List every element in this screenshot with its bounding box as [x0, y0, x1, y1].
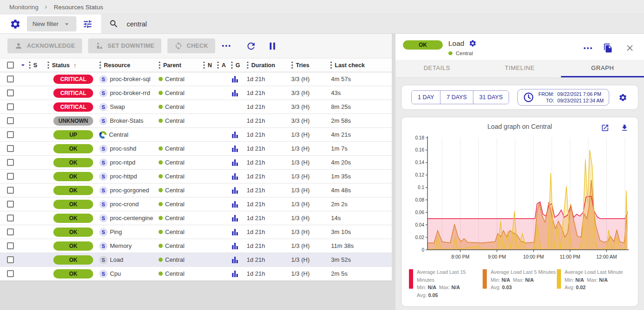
row-checkbox[interactable] [7, 256, 14, 263]
row-checkbox[interactable] [7, 187, 14, 194]
table-row[interactable]: OKSproc-crondCentral1d 21h1/3 (H)2m 2s [0, 197, 392, 211]
close-panel-icon[interactable] [624, 42, 636, 54]
legend-item[interactable]: Average Load Last 5 MinutesMin: N/A Max:… [483, 268, 556, 299]
column-header-a[interactable]: A [217, 61, 231, 69]
panel-settings-gear-icon[interactable] [468, 38, 478, 48]
column-header-duration[interactable]: Duration [247, 61, 291, 69]
graph-settings-gear-icon[interactable] [618, 92, 628, 103]
open-in-new-icon[interactable] [600, 123, 610, 133]
panel-more-actions-icon[interactable] [584, 47, 592, 49]
breadcrumb-item[interactable]: Resources Status [54, 4, 103, 11]
row-select-cell [0, 145, 29, 152]
graph-bars-icon[interactable] [231, 172, 239, 181]
more-actions-icon[interactable] [222, 45, 230, 47]
acknowledge-button[interactable]: ACKNOWLEDGE [7, 38, 82, 53]
breadcrumb-item[interactable]: Monitoring [9, 4, 38, 11]
tab-timeline[interactable]: TIMELINE [478, 60, 561, 77]
table-row[interactable]: CRITICALSproc-broker-rrdCentral1d 21h3/3… [0, 86, 392, 100]
download-icon[interactable] [619, 123, 630, 133]
drag-handle-icon[interactable] [217, 61, 219, 69]
table-row[interactable]: CRITICALSSwapCentral1d 21h3/3 (H)8m 25s [0, 100, 392, 114]
tab-graph[interactable]: GRAPH [561, 60, 644, 77]
table-row[interactable]: OKSproc-gorgonedCentral1d 21h1/3 (H)4m 4… [0, 183, 392, 197]
row-checkbox[interactable] [7, 228, 14, 235]
set-downtime-button[interactable]: SET DOWNTIME [88, 38, 161, 53]
range-button-1-day[interactable]: 1 DAY [412, 91, 440, 104]
row-checkbox[interactable] [7, 270, 14, 277]
column-header-s[interactable]: S [29, 61, 47, 69]
graph-cell [231, 172, 247, 181]
search-input[interactable] [126, 20, 313, 28]
row-checkbox[interactable] [7, 159, 14, 166]
column-header-resource[interactable]: Resource [99, 61, 159, 69]
legend-item[interactable]: Average Load Last 15 MinutesMin: N/A Max… [409, 268, 483, 299]
graph-bars-icon[interactable] [231, 130, 239, 139]
table-row[interactable]: OKSproc-httpdCentral1d 21h1/3 (H)1m 35s [0, 170, 392, 183]
legend-item[interactable]: Average Load Last MinuteMin: N/A Max: N/… [557, 268, 631, 299]
table-row[interactable]: OKSproc-ntpdCentral1d 21h1/3 (H)4m 20s [0, 156, 392, 170]
row-checkbox[interactable] [7, 131, 14, 138]
table-row[interactable]: CRITICALSproc-broker-sqlCentral1d 21h3/3… [0, 72, 392, 86]
drag-handle-icon[interactable] [291, 61, 293, 69]
legend-color-bar [557, 269, 561, 289]
row-checkbox[interactable] [7, 103, 14, 110]
tab-details[interactable]: DETAILS [395, 60, 478, 77]
row-checkbox[interactable] [7, 145, 14, 152]
filter-settings-gear-icon[interactable] [9, 18, 22, 31]
row-checkbox[interactable] [7, 76, 14, 82]
graph-bars-icon[interactable] [231, 158, 239, 167]
drag-handle-icon[interactable] [330, 61, 332, 69]
drag-handle-icon[interactable] [159, 61, 161, 69]
graph-bars-icon[interactable] [231, 241, 239, 250]
column-header-parent[interactable]: Parent [159, 61, 203, 69]
row-checkbox[interactable] [7, 89, 14, 96]
table-row[interactable]: OKSLoadCentral1d 21h1/3 (H)3m 52s [0, 253, 392, 267]
row-checkbox[interactable] [7, 201, 14, 208]
drag-handle-icon[interactable] [247, 61, 249, 69]
graph-bars-icon[interactable] [231, 255, 239, 264]
graph-bars-icon[interactable] [231, 89, 239, 97]
drag-handle-icon[interactable] [47, 61, 50, 69]
row-checkbox[interactable] [7, 242, 14, 249]
refresh-icon[interactable] [245, 40, 257, 52]
column-header-g[interactable]: G [231, 61, 247, 69]
new-filter-dropdown[interactable]: New filter [27, 16, 77, 32]
pause-icon[interactable] [266, 40, 279, 52]
column-header-status[interactable]: Status↑ [47, 61, 99, 69]
column-header-last_check[interactable]: Last check [330, 61, 392, 69]
table-row[interactable]: UPCentral1d 21h1/3 (H)4m 21s [0, 128, 392, 142]
load-graph[interactable]: 00.020.040.060.080.10.120.140.160.188:00… [406, 131, 633, 266]
copy-link-icon[interactable] [602, 42, 614, 54]
row-checkbox[interactable] [7, 117, 14, 124]
select-actions-caret-icon[interactable] [18, 60, 28, 70]
drag-handle-icon[interactable] [99, 61, 102, 69]
column-header-n[interactable]: N [203, 61, 217, 69]
table-row[interactable]: OKSCpuCentral1d 21h1/3 (H)2m 5s [0, 267, 392, 281]
range-button-7-days[interactable]: 7 DAYS [440, 91, 473, 104]
sort-asc-icon[interactable]: ↑ [73, 62, 77, 69]
graph-bars-icon[interactable] [231, 186, 239, 195]
graph-bars-icon[interactable] [231, 269, 239, 278]
table-row[interactable]: UNKNOWNSBroker-StatsCentral1d 21h3/3 (H)… [0, 114, 392, 128]
graph-bars-icon[interactable] [231, 200, 239, 209]
from-to-picker[interactable]: FROM: 09/22/2021 7:06 PM TO: 09/23/2021 … [517, 89, 609, 106]
row-checkbox[interactable] [7, 215, 14, 221]
table-row[interactable]: OKSproc-centengineCentral1d 21h1/3 (H)14… [0, 211, 392, 225]
graph-bars-icon[interactable] [231, 75, 239, 83]
service-badge-icon: S [99, 75, 108, 83]
drag-handle-icon[interactable] [231, 61, 233, 69]
row-checkbox[interactable] [7, 173, 14, 180]
table-row[interactable]: OKSMemoryCentral1d 21h1/3 (H)11m 38s [0, 239, 392, 253]
table-row[interactable]: OKSproc-sshdCentral1d 21h1/3 (H)1m 7s [0, 142, 392, 156]
tune-filter-icon[interactable] [82, 18, 94, 30]
select-all-checkbox[interactable] [7, 62, 14, 69]
drag-handle-icon[interactable] [29, 61, 31, 69]
drag-handle-icon[interactable] [203, 61, 205, 69]
graph-bars-icon[interactable] [231, 144, 239, 153]
table-row[interactable]: OKSPingCentral1d 21h1/3 (H)3m 10s [0, 225, 392, 239]
check-button[interactable]: CHECK [167, 38, 215, 53]
graph-bars-icon[interactable] [231, 214, 239, 222]
graph-bars-icon[interactable] [231, 228, 239, 236]
range-button-31-days[interactable]: 31 DAYS [473, 91, 509, 104]
column-header-tries[interactable]: Tries [291, 61, 330, 69]
